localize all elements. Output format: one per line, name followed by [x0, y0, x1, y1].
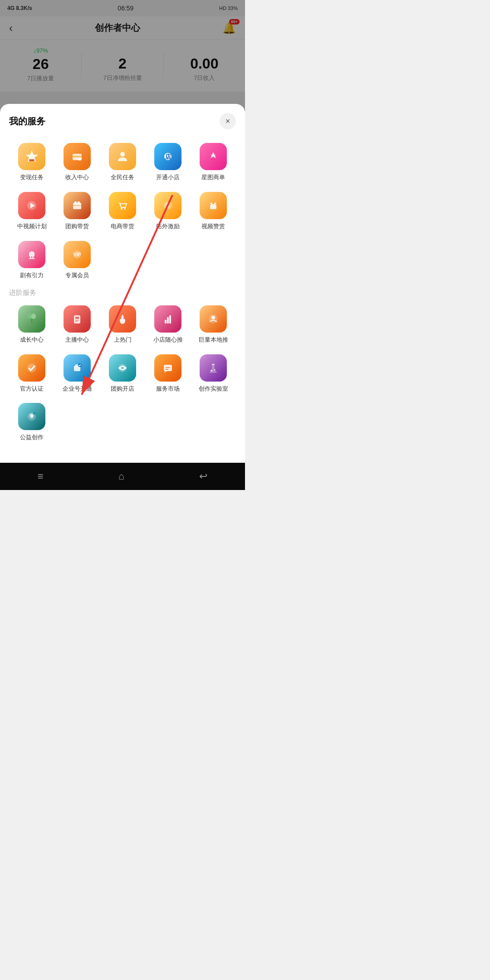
svg-point-14 — [121, 208, 122, 210]
shoppromo-label: 小店随心推 — [153, 336, 183, 343]
service-quanmin[interactable]: 全民任务 — [100, 140, 145, 184]
service-market[interactable]: 服务市场 — [145, 352, 191, 395]
quanmin-icon — [109, 143, 136, 170]
tuangou-label: 团购带货 — [65, 223, 89, 230]
cert-label: 官方认证 — [20, 385, 44, 392]
service-bianzian[interactable]: 变现任务 — [9, 140, 54, 184]
svg-rect-34 — [169, 315, 171, 323]
service-dianshang[interactable]: 电商带货 — [100, 189, 145, 233]
service-kaishop[interactable]: 店 开通小店 — [145, 140, 191, 184]
service-enterprise[interactable]: 企业号开通 — [54, 352, 100, 395]
hot-icon — [109, 305, 136, 333]
drama-label: 剧有引力 — [20, 272, 44, 279]
service-hot[interactable]: 上热门 — [100, 303, 145, 346]
svg-point-3 — [78, 158, 81, 161]
advanced-row-2: 官方认证 企业号开通 — [9, 352, 236, 395]
svg-rect-29 — [75, 317, 79, 319]
close-button[interactable]: × — [220, 113, 236, 129]
service-tuangou[interactable]: 团购带货 — [54, 189, 100, 233]
drama-icon — [18, 241, 45, 268]
svg-rect-2 — [73, 156, 82, 157]
zanshang-icon — [200, 192, 227, 219]
market-icon — [154, 354, 181, 382]
svg-rect-18 — [210, 205, 216, 209]
svg-rect-13 — [73, 205, 81, 206]
bianzian-label: 变现任务 — [20, 174, 44, 181]
service-gongyi[interactable]: + 公益创作 — [9, 400, 54, 444]
zhanwai-label: 站外激励 — [156, 223, 180, 230]
modal-header: 我的服务 × — [9, 113, 236, 129]
xintu-icon — [200, 143, 227, 170]
kaishop-icon: 店 — [154, 143, 181, 170]
modal-title: 我的服务 — [9, 115, 45, 127]
zhongship-label: 中视频计划 — [17, 223, 47, 230]
svg-point-15 — [124, 208, 126, 210]
shouru-label: 收入中心 — [65, 174, 89, 181]
service-growth[interactable]: 成长中心 — [9, 303, 54, 346]
vip-label: 专属会员 — [65, 272, 89, 279]
market-label: 服务市场 — [156, 385, 180, 392]
shouru-icon — [64, 143, 91, 170]
svg-rect-21 — [29, 258, 35, 259]
advanced-row-1: 成长中心 主播中心 上热门 — [9, 303, 236, 346]
service-tgshop[interactable]: 团购开店 — [100, 352, 145, 395]
svg-rect-19 — [30, 256, 31, 258]
service-local[interactable]: 巨量本地推 — [191, 303, 236, 346]
quanmin-label: 全民任务 — [111, 174, 134, 181]
service-zhongship[interactable]: 中视频计划 — [9, 189, 54, 233]
svg-point-47 — [211, 370, 212, 372]
advanced-row-3: + 公益创作 — [9, 400, 236, 444]
anchor-label: 主播中心 — [65, 336, 89, 343]
service-zanshang[interactable]: 视频赞赏 — [191, 189, 236, 233]
my-services-modal: 我的服务 × 变现任务 收入中心 — [0, 104, 245, 463]
svg-rect-11 — [74, 201, 77, 204]
growth-label: 成长中心 — [20, 336, 44, 343]
svg-rect-32 — [165, 320, 167, 323]
service-vip[interactable]: VIP 专属会员 — [54, 238, 100, 282]
dianshang-icon — [109, 192, 136, 219]
svg-point-4 — [120, 152, 125, 157]
service-shoppromo[interactable]: 小店随心推 — [145, 303, 191, 346]
service-drama[interactable]: 剧有引力 — [9, 238, 54, 282]
shoppromo-icon — [154, 305, 181, 333]
advanced-section-label: 进阶服务 — [9, 289, 236, 297]
svg-text:店: 店 — [165, 153, 172, 160]
tgshop-icon — [109, 354, 136, 382]
dianshang-label: 电商带货 — [111, 223, 134, 230]
anchor-icon — [64, 305, 91, 333]
svg-rect-45 — [166, 367, 170, 368]
svg-text:VIP: VIP — [74, 252, 81, 257]
gongyi-label: 公益创作 — [20, 434, 44, 441]
xintu-label: 星图商单 — [201, 174, 225, 181]
services-row-2: 中视频计划 团购带货 电商带货 — [9, 189, 236, 233]
svg-marker-7 — [211, 152, 216, 158]
svg-rect-28 — [74, 315, 80, 323]
services-row-1: 变现任务 收入中心 全民任务 — [9, 140, 236, 184]
service-shouru[interactable]: 收入中心 — [54, 140, 100, 184]
service-xintu[interactable]: 星图商单 — [191, 140, 236, 184]
enterprise-label: 企业号开通 — [63, 385, 92, 392]
service-lab[interactable]: 创作实验室 — [191, 352, 236, 395]
tgshop-label: 团购开店 — [111, 385, 134, 392]
tuangou-icon — [64, 192, 91, 219]
svg-rect-27 — [31, 319, 32, 323]
svg-rect-12 — [78, 201, 80, 204]
kaishop-label: 开通小店 — [156, 174, 180, 181]
svg-point-48 — [214, 369, 216, 370]
svg-text:+: + — [34, 413, 35, 416]
svg-rect-49 — [212, 364, 215, 365]
svg-rect-30 — [75, 320, 79, 321]
svg-point-43 — [124, 367, 127, 369]
enterprise-icon — [64, 354, 91, 382]
hot-label: 上热门 — [114, 336, 132, 343]
service-anchor[interactable]: 主播中心 — [54, 303, 100, 346]
zhongship-icon — [18, 192, 45, 219]
zhanwai-icon: ¥ — [154, 192, 181, 219]
services-row-3: 剧有引力 VIP 专属会员 — [9, 238, 236, 282]
bianzian-icon — [18, 143, 45, 170]
svg-rect-0 — [29, 159, 34, 161]
service-cert[interactable]: 官方认证 — [9, 352, 54, 395]
service-zhanwai[interactable]: ¥ 站外激励 — [145, 189, 191, 233]
svg-text:¥: ¥ — [166, 202, 170, 209]
zanshang-label: 视频赞赏 — [201, 223, 225, 230]
